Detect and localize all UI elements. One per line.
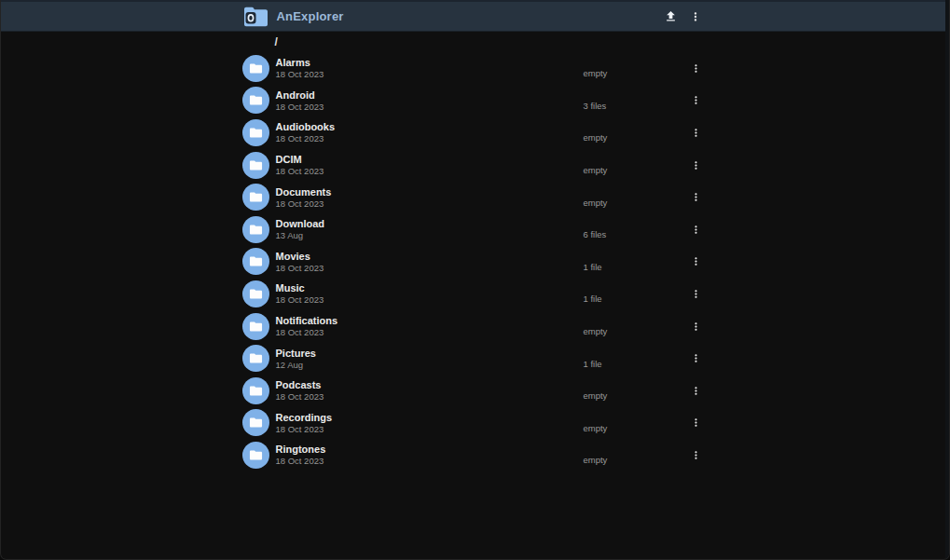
more-vert-icon	[690, 417, 702, 429]
folder-row[interactable]: Recordings 18 Oct 2023 empty	[242, 407, 709, 440]
row-overflow-menu-button[interactable]	[688, 312, 705, 340]
upload-button[interactable]	[660, 5, 682, 29]
folder-row[interactable]: Audiobooks 18 Oct 2023 empty	[242, 116, 709, 149]
folder-date: 18 Oct 2023	[276, 102, 584, 113]
folder-meta: Music 18 Oct 2023	[276, 281, 584, 306]
folder-row[interactable]: Podcasts 18 Oct 2023 empty	[242, 375, 709, 407]
folder-icon	[242, 248, 269, 275]
folder-name: Download	[276, 217, 584, 230]
folder-meta: Audiobooks 18 Oct 2023	[276, 120, 584, 144]
more-vert-icon	[690, 385, 702, 397]
folder-name: Documents	[276, 185, 584, 198]
row-overflow-menu-button[interactable]	[688, 118, 705, 146]
folder-name: Alarms	[276, 56, 584, 69]
folder-icon	[242, 55, 269, 82]
folder-meta: DCIM 18 Oct 2023	[276, 153, 584, 177]
folder-row[interactable]: Android 18 Oct 2023 3 files	[242, 85, 709, 117]
folder-meta: Alarms 18 Oct 2023	[276, 56, 584, 80]
folder-date: 18 Oct 2023	[276, 294, 584, 306]
row-overflow-menu-button[interactable]	[688, 376, 705, 404]
folder-icon	[242, 377, 269, 404]
folder-summary: empty	[584, 380, 688, 401]
folder-name: Ringtones	[276, 443, 584, 456]
folder-icon	[242, 87, 269, 114]
more-vert-icon	[689, 10, 702, 23]
folder-icon	[242, 184, 269, 211]
row-overflow-menu-button[interactable]	[688, 54, 705, 82]
folder-summary: 6 files	[584, 219, 688, 239]
folder-row[interactable]: Notifications 18 Oct 2023 empty	[242, 310, 709, 343]
folder-row[interactable]: Music 18 Oct 2023 1 file	[242, 278, 709, 310]
row-overflow-menu-button[interactable]	[688, 345, 705, 373]
folder-summary: empty	[584, 58, 688, 78]
more-vert-icon	[690, 321, 702, 333]
folder-meta: Android 18 Oct 2023	[276, 89, 584, 113]
row-overflow-menu-button[interactable]	[688, 151, 705, 179]
more-vert-icon	[690, 449, 702, 461]
upload-icon	[664, 9, 678, 23]
folder-icon	[242, 313, 269, 340]
folder-date: 18 Oct 2023	[276, 391, 584, 403]
breadcrumb[interactable]: /	[242, 32, 709, 52]
folder-name: Music	[276, 281, 584, 294]
folder-summary: 3 files	[584, 90, 688, 111]
folder-date: 18 Oct 2023	[276, 166, 584, 177]
folder-name: Movies	[276, 250, 584, 263]
folder-row[interactable]: Documents 18 Oct 2023 empty	[242, 181, 709, 213]
folder-icon	[242, 119, 269, 146]
folder-row[interactable]: Ringtones 18 Oct 2023 empty	[242, 439, 709, 471]
folder-summary: empty	[584, 155, 688, 175]
folder-row[interactable]: DCIM 18 Oct 2023 empty	[242, 149, 709, 182]
row-overflow-menu-button[interactable]	[688, 409, 705, 437]
more-vert-icon	[690, 224, 702, 236]
folder-name: Podcasts	[276, 378, 584, 391]
row-overflow-menu-button[interactable]	[688, 215, 705, 243]
folder-summary: empty	[584, 413, 688, 433]
folder-meta: Download 13 Aug	[276, 217, 584, 241]
more-vert-icon	[690, 94, 702, 106]
folder-summary: 1 file	[584, 252, 688, 272]
file-list: Alarms 18 Oct 2023 empty Android 18 Oct …	[242, 52, 709, 471]
folder-meta: Podcasts 18 Oct 2023	[276, 378, 584, 403]
folder-icon	[242, 152, 269, 179]
overflow-menu-button[interactable]	[684, 5, 707, 29]
folder-icon	[242, 216, 269, 243]
folder-meta: Ringtones 18 Oct 2023	[276, 443, 584, 467]
folder-date: 18 Oct 2023	[276, 424, 584, 435]
folder-icon	[242, 442, 269, 469]
more-vert-icon	[690, 288, 702, 300]
app-logo-folder-icon	[242, 6, 269, 28]
more-vert-icon	[690, 62, 702, 75]
folder-row[interactable]: Alarms 18 Oct 2023 empty	[242, 52, 709, 85]
more-vert-icon	[690, 352, 702, 364]
folder-meta: Movies 18 Oct 2023	[276, 250, 584, 274]
folder-icon	[242, 345, 269, 372]
more-vert-icon	[690, 255, 702, 267]
folder-summary: empty	[584, 316, 688, 336]
folder-summary: 1 file	[584, 283, 688, 304]
row-overflow-menu-button[interactable]	[688, 248, 705, 276]
folder-row[interactable]: Pictures 12 Aug 1 file	[242, 342, 709, 375]
folder-date: 18 Oct 2023	[276, 327, 584, 338]
app-title: AnExplorer	[277, 9, 344, 23]
folder-date: 13 Aug	[276, 230, 584, 241]
row-overflow-menu-button[interactable]	[688, 441, 705, 469]
folder-meta: Documents 18 Oct 2023	[276, 185, 584, 210]
anexplorer-window: AnExplorer / Alarms 18	[0, 0, 950, 560]
row-overflow-menu-button[interactable]	[688, 184, 705, 212]
folder-row[interactable]: Download 13 Aug 6 files	[242, 213, 709, 246]
folder-name: Notifications	[276, 314, 584, 327]
folder-summary: 1 file	[584, 348, 688, 369]
more-vert-icon	[690, 159, 702, 171]
folder-date: 18 Oct 2023	[276, 456, 584, 467]
folder-meta: Notifications 18 Oct 2023	[276, 314, 584, 338]
folder-name: DCIM	[276, 153, 584, 166]
folder-name: Android	[276, 89, 584, 102]
folder-icon	[242, 280, 269, 307]
folder-date: 18 Oct 2023	[276, 263, 584, 274]
folder-row[interactable]: Movies 18 Oct 2023 1 file	[242, 246, 709, 279]
file-browser: / Alarms 18 Oct 2023 empty Android 18 Oc…	[242, 32, 709, 471]
row-overflow-menu-button[interactable]	[688, 87, 705, 115]
app-bar: AnExplorer	[1, 0, 949, 32]
row-overflow-menu-button[interactable]	[688, 280, 705, 307]
